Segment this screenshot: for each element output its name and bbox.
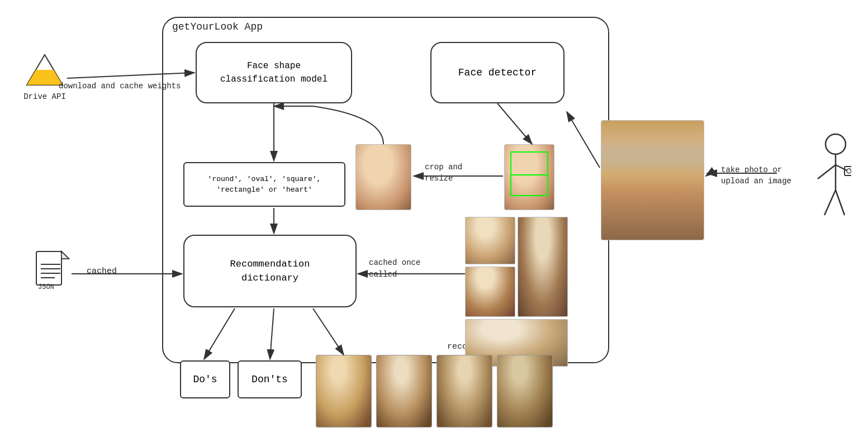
dos-label: Do's [193,374,217,385]
download-cache-label: download and cache weights [59,81,181,92]
svg-point-19 [847,169,851,173]
diagram: getYourLook App Drive API Face shapeclas… [0,0,868,437]
face-shape-label: Face shapeclassification model [220,59,328,86]
svg-rect-18 [845,167,851,175]
dos-box: Do's [180,360,230,398]
json-icon: JSON [34,249,70,291]
shape-output-label: 'round', 'oval', 'square','rectangle' or… [208,174,321,196]
cropped-face-result [355,144,411,210]
face-detector-label: Face detector [458,67,537,78]
stick-figure [807,129,851,229]
rec-dict-label: Recommendationdictionary [230,257,310,286]
crop-resize-label: crop andresize [425,162,462,184]
haircut-collage [465,217,568,367]
svg-marker-8 [61,251,69,259]
rec-haircut-4 [497,355,553,428]
user-photo [601,120,704,240]
svg-point-14 [826,134,846,154]
svg-line-21 [836,190,845,215]
cached-label: cached [87,265,117,277]
detected-face [504,144,554,210]
take-photo-label: take photo orupload an image [721,165,791,187]
rec-haircuts [316,355,553,428]
app-title: getYourLook App [172,21,263,32]
svg-marker-4 [27,70,63,85]
cached-once-called-label: cached oncecalled [369,257,420,281]
donts-box: Don'ts [238,360,302,398]
svg-line-20 [824,190,836,215]
face-detector-box: Face detector [430,42,565,103]
rec-haircut-2 [376,355,432,428]
shape-output-box: 'round', 'oval', 'square','rectangle' or… [183,162,345,207]
rec-dict-box: Recommendationdictionary [183,235,357,307]
svg-line-16 [818,165,836,179]
rec-haircut-3 [437,355,492,428]
face-shape-box: Face shapeclassification model [196,42,352,103]
drive-label: Drive API [20,92,70,101]
donts-label: Don'ts [252,374,288,385]
svg-marker-5 [36,55,45,70]
rec-haircut-1 [316,355,372,428]
svg-text:JSON: JSON [38,283,54,291]
svg-line-35 [706,173,710,176]
